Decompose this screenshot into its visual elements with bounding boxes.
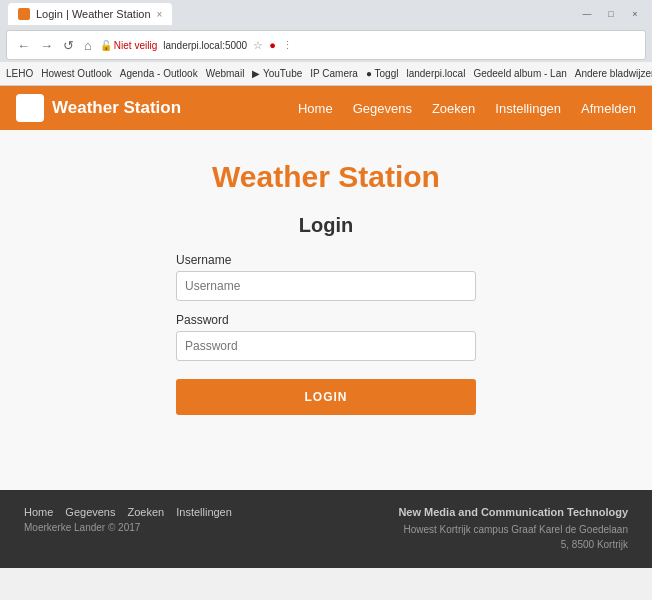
bookmark-leho[interactable]: LEHO [6, 68, 33, 79]
lock-icon: 🔓 [100, 40, 112, 51]
navbar-nav: Home Gegevens Zoeken Instellingen Afmeld… [298, 101, 636, 116]
password-label: Password [176, 313, 476, 327]
footer: Home Gegevens Zoeken Instellingen Moerke… [0, 490, 652, 568]
navbar: 🌤 Weather Station Home Gegevens Zoeken I… [0, 86, 652, 130]
footer-address: Howest Kortrijk campus Graaf Karel de Go… [398, 522, 628, 552]
bookmark-toggl[interactable]: ● Toggl [366, 68, 399, 79]
window-controls: — □ × [578, 8, 644, 20]
login-button[interactable]: LOGIN [176, 379, 476, 415]
address-bar-icons: ☆ ● ⋮ [253, 39, 293, 52]
navbar-brand: 🌤 Weather Station [16, 94, 181, 122]
address-bar: ← → ↺ ⌂ 🔓 Niet veilig landerpi.local:500… [6, 30, 646, 60]
footer-org-name: New Media and Communication Technology [398, 506, 628, 518]
bookmark-gedeeld[interactable]: Gedeeld album - Lan [473, 68, 566, 79]
more-icon[interactable]: ⋮ [282, 39, 293, 52]
footer-addr-line2: 5, 8500 Kortrijk [561, 539, 628, 550]
brand-icon: 🌤 [16, 94, 44, 122]
browser-chrome: Login | Weather Station × — □ × ← → ↺ ⌂ … [0, 0, 652, 86]
footer-copyright: Moerkerke Lander © 2017 [24, 522, 232, 533]
footer-link-home[interactable]: Home [24, 506, 53, 518]
password-input[interactable] [176, 331, 476, 361]
footer-link-zoeken[interactable]: Zoeken [128, 506, 165, 518]
title-bar-left: Login | Weather Station × [8, 3, 172, 25]
bookmark-webmail[interactable]: Webmail [206, 68, 245, 79]
title-bar: Login | Weather Station × — □ × [0, 0, 652, 28]
nav-home[interactable]: Home [298, 101, 333, 116]
security-label: Niet veilig [114, 40, 157, 51]
bookmark-ip-camera[interactable]: IP Camera [310, 68, 358, 79]
footer-addr-line1: Howest Kortrijk campus Graaf Karel de Go… [403, 524, 628, 535]
nav-afmelden[interactable]: Afmelden [581, 101, 636, 116]
bookmark-agenda[interactable]: Agenda - Outlook [120, 68, 198, 79]
weather-icon: 🌤 [22, 99, 38, 117]
minimize-button[interactable]: — [578, 8, 596, 20]
forward-button[interactable]: → [38, 38, 55, 53]
brand-name: Weather Station [52, 98, 181, 118]
tab-favicon [18, 8, 30, 20]
nav-gegevens[interactable]: Gegevens [353, 101, 412, 116]
back-button[interactable]: ← [15, 38, 32, 53]
bookmark-icon[interactable]: ☆ [253, 39, 263, 52]
footer-right: New Media and Communication Technology H… [398, 506, 628, 552]
bookmarks-bar: LEHO Howest Outlook Agenda - Outlook Web… [0, 62, 652, 86]
tab-close-button[interactable]: × [157, 9, 163, 20]
browser-tab[interactable]: Login | Weather Station × [8, 3, 172, 25]
app: 🌤 Weather Station Home Gegevens Zoeken I… [0, 86, 652, 568]
login-heading: Login [176, 214, 476, 237]
opera-icon: ● [269, 39, 276, 51]
page-title: Weather Station [212, 160, 440, 194]
footer-link-gegevens[interactable]: Gegevens [65, 506, 115, 518]
username-group: Username [176, 253, 476, 301]
maximize-button[interactable]: □ [602, 8, 620, 20]
login-card: Login Username Password LOGIN [176, 214, 476, 415]
security-info: 🔓 Niet veilig landerpi.local:5000 [100, 40, 247, 51]
bookmark-howest-outlook[interactable]: Howest Outlook [41, 68, 112, 79]
main-content: Weather Station Login Username Password … [0, 130, 652, 490]
nav-instellingen[interactable]: Instellingen [495, 101, 561, 116]
bookmark-youtube[interactable]: ▶ YouTube [252, 68, 302, 79]
address-text[interactable]: landerpi.local:5000 [163, 40, 247, 51]
footer-links: Home Gegevens Zoeken Instellingen [24, 506, 232, 518]
bookmark-other[interactable]: Andere bladwijzers [575, 68, 652, 79]
username-label: Username [176, 253, 476, 267]
home-button[interactable]: ⌂ [82, 38, 94, 53]
tab-title: Login | Weather Station [36, 8, 151, 20]
footer-link-instellingen[interactable]: Instellingen [176, 506, 232, 518]
bookmark-landerpi[interactable]: landerpi.local [406, 68, 465, 79]
nav-zoeken[interactable]: Zoeken [432, 101, 475, 116]
footer-left: Home Gegevens Zoeken Instellingen Moerke… [24, 506, 232, 533]
password-group: Password [176, 313, 476, 361]
username-input[interactable] [176, 271, 476, 301]
close-button[interactable]: × [626, 8, 644, 20]
reload-button[interactable]: ↺ [61, 38, 76, 53]
